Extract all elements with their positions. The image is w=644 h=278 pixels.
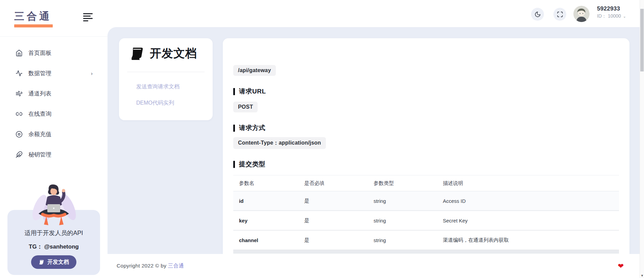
table-header-row: 参数名 是否必填 参数类型 描述说明 (233, 175, 619, 191)
sidebar-item-recharge[interactable]: 余额充值 (0, 124, 108, 144)
copyright-text: Copyright 2022 © by 三合通 (117, 262, 184, 270)
chevron-right-icon: › (91, 70, 93, 76)
dark-mode-button[interactable] (531, 8, 544, 21)
sidebar-item-keys[interactable]: 秘钥管理 (0, 144, 108, 165)
sidebar-menu: 首页面板 数据管理 › 通道列表 (0, 43, 108, 165)
table-row: channel 是 string 渠道编码，在通道列表内获取 (233, 231, 619, 250)
user-menu[interactable]: 5922933 ID： 10000 ⌄ (597, 5, 626, 19)
heading-bar (233, 161, 235, 168)
doc-nav-link-demo[interactable]: DEMO代码实列 (136, 100, 174, 107)
sidebar-toggle-button[interactable] (83, 12, 94, 22)
sidebar-item-channels[interactable]: 通道列表 (0, 83, 108, 104)
logo[interactable]: 三合通 (14, 9, 53, 27)
table-next-row-clipped (233, 250, 619, 254)
brand-link[interactable]: 三合通 (168, 263, 184, 269)
request-method-chip: POST (233, 102, 258, 112)
doc-nav-link-query[interactable]: 发送查询请求文档 (136, 83, 180, 90)
heart-icon: ❤ (618, 262, 624, 270)
sidebar-item-data[interactable]: 数据管理 › (0, 63, 108, 83)
fullscreen-icon (557, 11, 563, 18)
section-content-type: 提交类型 (233, 160, 265, 169)
menu-icon (83, 13, 93, 14)
book-icon (129, 46, 145, 61)
sidebar-header: 三合通 (0, 0, 108, 37)
doc-nav-card: 开发文档 发送查询请求文档 DEMO代码实列 (119, 38, 213, 120)
main-content-area: 开发文档 发送查询请求文档 DEMO代码实列 请求URL /api/gatewa… (108, 27, 640, 254)
activity-icon (16, 70, 23, 77)
moon-icon (534, 11, 541, 18)
table-row: key 是 string Secret Key (233, 211, 619, 231)
chevron-down-icon: ⌄ (623, 14, 626, 19)
promo-line1: 适用于开发人员的API (7, 229, 100, 237)
doc-nav-header: 开发文档 (129, 46, 197, 61)
sidebar: 三合通 首页面板 数据管理 (0, 0, 108, 278)
params-table: 参数名 是否必填 参数类型 描述说明 id 是 string Access ID… (233, 175, 619, 254)
app-root: 开发文档 发送查询请求文档 DEMO代码实列 请求URL /api/gatewa… (0, 0, 644, 278)
logo-text: 三合通 (14, 9, 53, 23)
table-row: id 是 string Access ID (233, 191, 619, 211)
footer: Copyright 2022 © by 三合通 ❤ (108, 254, 640, 278)
heading-bar (233, 88, 235, 95)
vertical-scrollbar[interactable]: ▼ (640, 0, 644, 278)
developer-illustration (28, 183, 80, 230)
sidebar-item-dashboard[interactable]: 首页面板 (0, 43, 108, 63)
request-url-chip: /api/gateway (233, 65, 276, 76)
username: 5922933 (597, 5, 626, 12)
book-icon (39, 259, 44, 265)
doc-nav-title: 开发文档 (150, 46, 197, 61)
fullscreen-button[interactable] (553, 8, 566, 21)
promo-line2: TG： @sanhetong (7, 243, 100, 251)
avatar-illustration (573, 6, 590, 22)
divider (127, 72, 205, 72)
section-request-method: 请求方式 (233, 124, 265, 132)
disc-icon (16, 131, 23, 138)
avatar[interactable] (573, 6, 590, 22)
wind-icon (16, 90, 23, 97)
dev-docs-button[interactable]: 开发文档 (31, 255, 76, 269)
scrollbar-thumb[interactable] (640, 9, 644, 71)
content-type-chip: Content-Type：application/json (233, 137, 326, 149)
sidebar-item-online-query[interactable]: 在线查询 (0, 104, 108, 124)
section-request-url: 请求URL (233, 87, 266, 96)
doc-panel: 请求URL /api/gateway 请求方式 POST 提交类型 Conten… (223, 38, 629, 254)
home-icon (16, 49, 23, 57)
logo-underline (14, 24, 53, 27)
user-id: ID： 10000 (597, 13, 621, 19)
heading-bar (233, 125, 235, 132)
feather-icon (16, 151, 23, 158)
scrollbar-down-arrow[interactable]: ▼ (640, 274, 644, 277)
link-icon (16, 110, 23, 117)
